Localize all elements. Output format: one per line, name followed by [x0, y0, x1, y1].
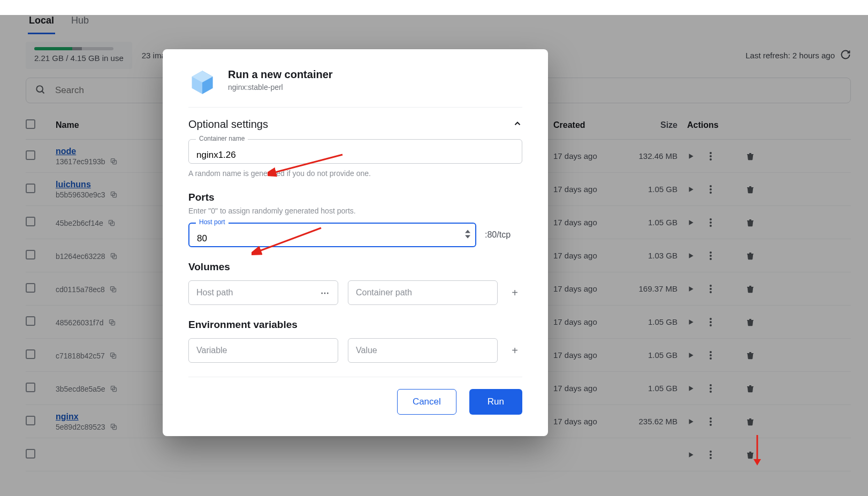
env-variable-input[interactable]: Variable [188, 338, 338, 363]
volume-host-path-input[interactable]: Host path ⋯ [188, 280, 338, 305]
container-name-input[interactable] [188, 139, 522, 164]
env-value-input[interactable]: Value [348, 338, 498, 363]
volumes-heading: Volumes [188, 261, 522, 273]
more-icon[interactable]: ⋯ [321, 288, 330, 298]
volume-container-path-input[interactable]: Container path [348, 280, 498, 305]
container-name-help: A random name is generated if you do not… [188, 169, 522, 178]
modal-subtitle: nginx:stable-perl [228, 83, 333, 91]
add-env-button[interactable]: + [507, 343, 522, 358]
env-heading: Environment variables [188, 319, 522, 331]
ports-help: Enter "0" to assign randomly generated h… [188, 207, 522, 215]
container-name-label: Container name [196, 135, 248, 142]
chevron-up-icon [513, 119, 522, 131]
run-container-modal: Run a new container nginx:stable-perl Op… [163, 49, 548, 436]
ports-heading: Ports [188, 192, 522, 203]
container-port: :80/tcp [485, 230, 522, 240]
modal-title: Run a new container [228, 68, 333, 81]
container-icon [188, 68, 216, 96]
svg-marker-80 [465, 230, 470, 233]
cancel-button[interactable]: Cancel [397, 389, 456, 415]
host-port-label: Host port [196, 218, 229, 226]
optional-settings-toggle[interactable]: Optional settings [188, 118, 522, 131]
run-button[interactable]: Run [469, 389, 522, 415]
add-volume-button[interactable]: + [507, 285, 522, 300]
port-stepper-icon[interactable] [465, 230, 471, 241]
host-port-input[interactable] [188, 223, 476, 247]
svg-marker-81 [465, 235, 470, 239]
